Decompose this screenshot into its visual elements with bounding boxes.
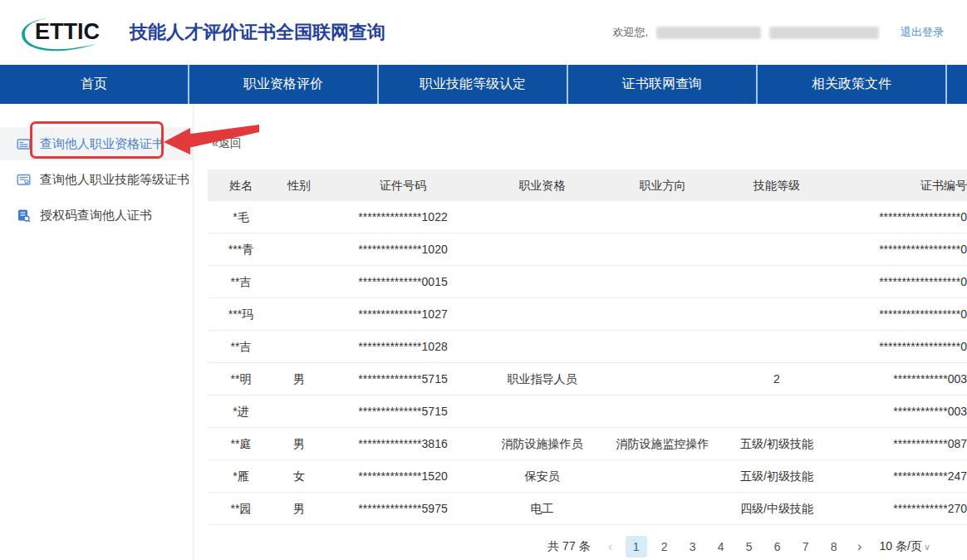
cell-skill-level <box>723 233 831 265</box>
sidebar-item-label: 查询他人职业技能等级证书 <box>40 172 189 188</box>
certificate-card-icon <box>17 137 31 151</box>
logout-link[interactable]: 退出登录 <box>901 25 944 40</box>
cell-gender <box>274 298 324 330</box>
cell-direction <box>602 493 723 524</box>
cell-id-number: **************1028 <box>324 331 482 362</box>
user-org-redacted <box>769 27 879 39</box>
cell-skill-level: 五级/初级技能 <box>723 460 831 492</box>
table-row: **吉 **************1028 *****************… <box>208 331 967 363</box>
cell-id-number: **************3816 <box>324 428 482 459</box>
table-row: **园 男 **************5975 电工 四级/中级技能 ****… <box>208 493 967 525</box>
sidebar-item-auth-code-query[interactable]: 授权码查询他人证书 <box>0 199 193 232</box>
table-row: **庭 男 **************3816 消防设施操作员 消防设施监控操… <box>208 428 967 460</box>
cell-direction: 消防设施监控操作 <box>602 428 723 459</box>
cell-cert-number: ******************0 <box>831 331 967 362</box>
cell-gender <box>274 233 324 265</box>
header-user-area: 欢迎您, 退出登录 <box>612 25 944 40</box>
pagination-page-button[interactable]: 8 <box>823 536 845 558</box>
sidebar: 查询他人职业资格证书 查询他人职业技能等级证书 授权码查询他人证书 <box>0 104 194 560</box>
cell-qualification: 职业指导人员 <box>482 363 602 395</box>
cell-cert-number: ******************0 <box>831 201 967 233</box>
pagination-page-button[interactable]: 1 <box>626 536 647 558</box>
pagination-page-button[interactable]: 6 <box>767 536 788 558</box>
cell-direction <box>602 266 723 297</box>
main-nav: 首页 职业资格评价 职业技能等级认定 证书联网查询 相关政策文件 <box>0 65 967 104</box>
cell-skill-level: 五级/初级技能 <box>723 428 831 459</box>
cell-skill-level: 四级/中级技能 <box>723 493 831 524</box>
cell-gender: 男 <box>274 363 324 395</box>
document-search-icon <box>17 209 31 223</box>
page-title: 技能人才评价证书全国联网查询 <box>130 20 385 45</box>
col-header-id-number: 证件号码 <box>324 169 482 201</box>
table-row: **明 男 **************5715 职业指导人员 2 ******… <box>208 363 967 395</box>
cell-cert-number: ************247 <box>831 460 967 492</box>
nav-item-skill-level[interactable]: 职业技能等级认定 <box>379 65 568 104</box>
cell-name: ***青 <box>208 233 274 265</box>
cell-skill-level <box>723 201 831 233</box>
table-row: ***青 **************1020 ****************… <box>208 233 967 266</box>
cell-id-number: **************1020 <box>324 233 482 265</box>
chevron-down-icon: ∨ <box>924 542 930 552</box>
cell-gender: 女 <box>274 460 324 492</box>
cell-direction <box>602 298 723 330</box>
cell-direction <box>602 363 723 395</box>
cell-id-number: **************1022 <box>324 201 482 233</box>
user-name-redacted <box>656 27 761 39</box>
pagination-page-button[interactable]: 5 <box>739 536 760 558</box>
cell-skill-level <box>723 266 831 297</box>
nav-item-qualification[interactable]: 职业资格评价 <box>189 65 379 104</box>
results-table: 姓名 性别 证件号码 职业资格 职业方向 技能等级 证书编号 *毛 ******… <box>208 169 967 525</box>
cell-gender <box>274 201 324 233</box>
cell-skill-level <box>723 331 831 362</box>
logo: ETTIC <box>17 12 123 52</box>
sidebar-item-query-qualification-cert[interactable]: 查询他人职业资格证书 <box>0 127 193 160</box>
pagination-prev-button[interactable]: ‹ <box>602 539 619 554</box>
cell-name: *毛 <box>208 201 274 233</box>
table-header-row: 姓名 性别 证件号码 职业资格 职业方向 技能等级 证书编号 <box>208 169 967 201</box>
col-header-cert-number: 证书编号 <box>831 169 967 201</box>
table-row: *雁 女 **************1520 保安员 五级/初级技能 ****… <box>208 460 967 493</box>
cell-cert-number: ******************0 <box>831 266 967 297</box>
certificate-badge-icon <box>17 173 31 187</box>
cell-name: **园 <box>208 493 274 524</box>
cell-name: **明 <box>208 363 274 395</box>
cell-cert-number: ******************0 <box>831 233 967 265</box>
cell-qualification: 消防设施操作员 <box>482 428 602 459</box>
nav-item-cert-query[interactable]: 证书联网查询 <box>568 65 758 104</box>
nav-item-policy[interactable]: 相关政策文件 <box>758 65 947 104</box>
cell-name: ***玛 <box>208 298 274 330</box>
cell-name: **庭 <box>208 428 274 459</box>
cell-id-number: **************5715 <box>324 395 482 427</box>
pagination-next-button[interactable]: › <box>852 539 868 554</box>
col-header-skill-level: 技能等级 <box>723 169 831 201</box>
col-header-direction: 职业方向 <box>602 169 723 201</box>
page-size-label: 10 条/页 <box>880 539 922 553</box>
cell-gender: 男 <box>274 493 324 524</box>
table-row: ***玛 **************1027 ****************… <box>208 298 967 331</box>
back-link[interactable]: «返回 <box>212 136 242 151</box>
cell-name: **吉 <box>208 331 274 362</box>
sidebar-item-label: 授权码查询他人证书 <box>40 208 152 224</box>
col-header-name: 姓名 <box>208 169 274 201</box>
welcome-label: 欢迎您, <box>612 25 648 40</box>
sidebar-item-label: 查询他人职业资格证书 <box>40 136 164 152</box>
col-header-qualification: 职业资格 <box>482 169 602 201</box>
cell-skill-level <box>723 395 831 427</box>
pagination-pages: 12345678 <box>626 536 845 558</box>
sidebar-item-query-skill-level-cert[interactable]: 查询他人职业技能等级证书 <box>0 163 193 196</box>
cell-cert-number: ************270 <box>831 493 967 524</box>
nav-item-home[interactable]: 首页 <box>0 65 189 104</box>
cell-direction <box>602 395 723 427</box>
cell-qualification <box>482 331 602 362</box>
cell-qualification: 保安员 <box>482 460 602 492</box>
page-size-select[interactable]: 10 条/页∨ <box>880 539 930 554</box>
cell-id-number: **************5975 <box>324 493 482 524</box>
table-row: **吉 **************0015 *****************… <box>208 266 967 298</box>
pagination-page-button[interactable]: 2 <box>654 536 675 558</box>
pagination-page-button[interactable]: 4 <box>710 536 732 558</box>
logo-text: ETTIC <box>35 19 100 45</box>
pagination-page-button[interactable]: 7 <box>795 536 817 558</box>
cell-direction <box>602 460 723 492</box>
pagination-page-button[interactable]: 3 <box>682 536 704 558</box>
cell-gender: 男 <box>274 428 324 459</box>
